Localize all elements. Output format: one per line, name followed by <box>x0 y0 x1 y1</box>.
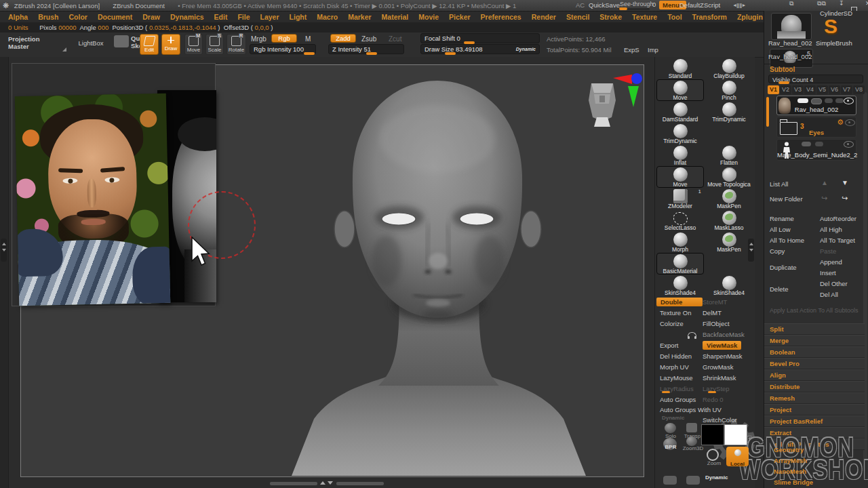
scale-button[interactable]: S Scale <box>205 34 224 55</box>
delete-button[interactable]: Delete <box>770 285 788 293</box>
menu-item[interactable]: Dynamics <box>170 13 204 21</box>
local-button[interactable]: Local <box>726 447 749 466</box>
visibility-eye-icon[interactable] <box>844 141 854 148</box>
brush-item[interactable]: Move <box>656 79 704 101</box>
canvas-hscroll-left[interactable] <box>270 482 317 485</box>
tool-section-button[interactable]: ArrayMesh <box>764 455 865 466</box>
tool-option-button[interactable]: DelMT <box>703 309 722 317</box>
tool-section-button[interactable]: Slime Bridge <box>764 477 865 488</box>
brush-item[interactable]: SkinShade4 <box>656 274 704 296</box>
visibility-eye-icon[interactable] <box>844 98 854 104</box>
brush-item[interactable]: MaskPen <box>704 231 754 253</box>
all-low-button[interactable]: All Low <box>770 226 791 233</box>
folder-eye-icon[interactable] <box>845 119 855 126</box>
menu-item[interactable]: File <box>237 13 250 21</box>
menu-item[interactable]: Zplugin <box>737 13 763 21</box>
brush-item[interactable]: MaskLasso <box>704 209 754 231</box>
menu-item[interactable]: Tool <box>667 13 682 21</box>
tool-section-button[interactable]: Geometry <box>764 445 865 455</box>
subtool-section-header[interactable]: Subtool <box>770 66 795 73</box>
quick-sketch-icon[interactable] <box>114 35 129 47</box>
subtool-version-tab[interactable]: V7 <box>841 85 852 94</box>
tool-option-button[interactable]: Redo 0 <box>703 396 724 403</box>
brush-item[interactable]: TrimDynamic <box>656 123 704 144</box>
brush-item[interactable]: TrimDynamic <box>704 101 754 123</box>
menu-item[interactable]: Document <box>98 13 132 21</box>
menu-item[interactable]: Stencil <box>566 13 589 21</box>
brush-item[interactable]: SkinShade4 <box>704 274 754 296</box>
tool-section-button[interactable]: NanoMesh <box>764 466 865 477</box>
paste-button[interactable]: Paste <box>820 247 836 255</box>
rgb-intensity-handle[interactable] <box>304 52 315 55</box>
solo-icon[interactable] <box>665 423 676 433</box>
tool-option-button[interactable]: LazyRadius <box>656 385 703 392</box>
subtool-version-tab[interactable]: V5 <box>816 85 828 94</box>
visible-count-handle[interactable] <box>778 81 789 84</box>
menu-item[interactable]: Movie <box>418 13 439 21</box>
frame-icon[interactable] <box>663 476 677 485</box>
folder-move-icon[interactable]: ↪ <box>821 194 827 203</box>
menu-item[interactable]: Transform <box>692 13 727 21</box>
layers-icon[interactable]: ⧉⧉ <box>817 0 826 7</box>
insert-button[interactable]: Insert <box>820 269 836 277</box>
tool-option-button[interactable]: Auto Groups <box>656 396 703 403</box>
focal-shift-slider[interactable]: Focal Shift 0 <box>420 33 540 43</box>
subtool-section-button[interactable]: Extract <box>764 427 865 439</box>
zsub-button[interactable]: Zsub <box>361 35 376 43</box>
draw-size-handle[interactable] <box>445 52 456 55</box>
all-high-button[interactable]: All High <box>820 226 842 233</box>
simplebrush-icon[interactable]: S <box>824 16 837 37</box>
brush-item[interactable]: ZModeler 1 <box>656 188 704 209</box>
brush-item[interactable]: Flatten <box>704 144 754 166</box>
subtool-item-eyes-folder[interactable]: 3 ⚙ Eyes <box>776 117 856 138</box>
left-tray-divider-handle[interactable] <box>1 239 7 262</box>
menu-item[interactable]: Draw <box>142 13 160 21</box>
scroll-up-arrow-icon[interactable] <box>320 481 326 485</box>
tool-option-button[interactable]: LazyStep <box>703 385 730 392</box>
del-other-button[interactable]: Del Other <box>820 280 848 287</box>
tool-option-button[interactable]: BackfaceMask <box>703 331 745 338</box>
all-to-target-button[interactable]: All To Target <box>820 237 855 244</box>
camera-orientation-gizmo[interactable] <box>585 70 646 131</box>
draw-button[interactable]: Draw <box>161 34 180 55</box>
tool-option-button[interactable]: Morph UV <box>656 363 703 371</box>
menu-item[interactable]: Material <box>382 13 409 21</box>
all-to-home-button[interactable]: All To Home <box>770 237 804 244</box>
move-button[interactable]: M Move <box>184 34 203 55</box>
new-folder-button[interactable]: New Folder <box>770 195 803 203</box>
right-tray-divider-handle[interactable] <box>748 239 754 262</box>
menu-item[interactable]: Color <box>69 13 87 21</box>
zoom3d-icon[interactable] <box>686 436 697 446</box>
dynamic-bottom-label[interactable]: Dynamic <box>705 474 728 481</box>
subtool-item-rav-head[interactable]: Rav_head_002 <box>776 96 856 115</box>
brush-item[interactable]: MaskPen <box>704 188 754 209</box>
brush-item[interactable]: DamStandard <box>656 101 704 123</box>
zcut-button[interactable]: Zcut <box>389 35 401 43</box>
zoom-icon[interactable] <box>707 449 719 461</box>
headphones-icon[interactable] <box>688 332 696 338</box>
lightbox-button[interactable]: LightBox <box>72 39 110 49</box>
default-zscript-button[interactable]: DefaultZScript <box>679 0 720 11</box>
subtool-section-button[interactable]: Project BasRelief <box>764 415 865 427</box>
rotate-button[interactable]: R Rotate <box>226 34 246 55</box>
brush-item[interactable]: Standard <box>656 58 704 79</box>
menu-item[interactable]: Marker <box>348 13 371 21</box>
displacement-toggle-icon[interactable] <box>825 98 833 103</box>
minimize-icon[interactable]: ↧ <box>839 0 844 7</box>
grid-icon[interactable] <box>686 476 700 485</box>
tool-option-button[interactable]: Texture On <box>656 309 703 317</box>
copy-doc-icon[interactable]: ⧉ <box>789 0 793 7</box>
menu-item[interactable]: Macro <box>317 13 338 21</box>
subtool-section-button[interactable]: Remesh <box>764 392 865 404</box>
autoreorder-button[interactable]: AutoReorder <box>820 215 856 222</box>
subtool-section-button[interactable]: Align <box>764 369 865 381</box>
main-color-swatch[interactable] <box>701 424 724 445</box>
folder-move-down-icon[interactable]: ↪ <box>842 194 848 203</box>
tool-option-button[interactable]: Colorize <box>656 320 703 327</box>
z-intensity-handle[interactable] <box>366 52 377 55</box>
tool-option-button[interactable]: ShrinkMask <box>703 374 736 382</box>
rename-button[interactable]: Rename <box>770 215 794 222</box>
subtool-section-button[interactable]: Merge <box>764 335 865 346</box>
spotlight-reference-panel[interactable] <box>12 63 216 306</box>
subtool-section-button[interactable]: Project <box>764 404 865 415</box>
